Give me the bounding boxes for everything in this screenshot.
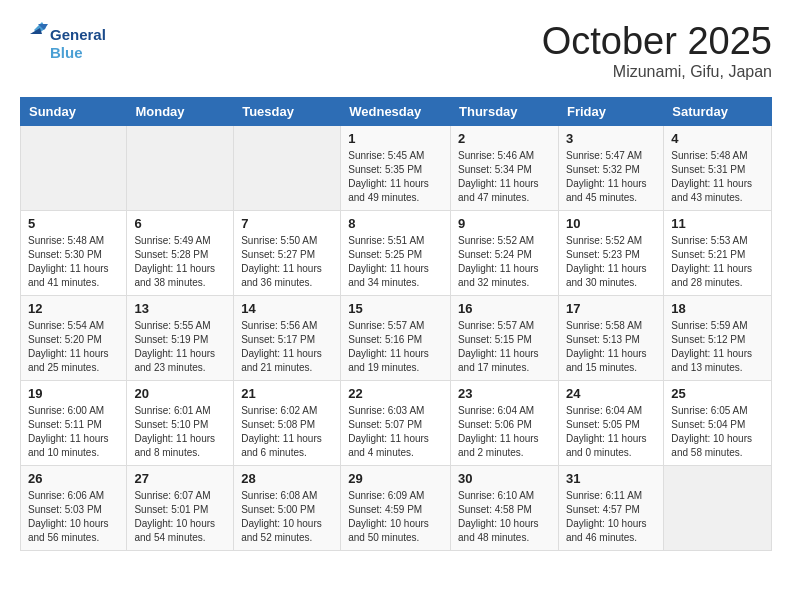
day-number: 9 bbox=[458, 216, 551, 231]
day-cell: 18Sunrise: 5:59 AM Sunset: 5:12 PM Dayli… bbox=[664, 296, 772, 381]
day-number: 4 bbox=[671, 131, 764, 146]
day-info: Sunrise: 5:56 AM Sunset: 5:17 PM Dayligh… bbox=[241, 319, 333, 375]
day-number: 25 bbox=[671, 386, 764, 401]
day-number: 6 bbox=[134, 216, 226, 231]
day-info: Sunrise: 5:54 AM Sunset: 5:20 PM Dayligh… bbox=[28, 319, 119, 375]
day-number: 15 bbox=[348, 301, 443, 316]
day-cell: 19Sunrise: 6:00 AM Sunset: 5:11 PM Dayli… bbox=[21, 381, 127, 466]
day-number: 11 bbox=[671, 216, 764, 231]
day-info: Sunrise: 6:11 AM Sunset: 4:57 PM Dayligh… bbox=[566, 489, 656, 545]
day-cell: 28Sunrise: 6:08 AM Sunset: 5:00 PM Dayli… bbox=[234, 466, 341, 551]
day-number: 18 bbox=[671, 301, 764, 316]
day-info: Sunrise: 5:59 AM Sunset: 5:12 PM Dayligh… bbox=[671, 319, 764, 375]
day-number: 28 bbox=[241, 471, 333, 486]
day-cell bbox=[21, 126, 127, 211]
day-cell: 2Sunrise: 5:46 AM Sunset: 5:34 PM Daylig… bbox=[451, 126, 559, 211]
day-header-friday: Friday bbox=[558, 98, 663, 126]
calendar-table: SundayMondayTuesdayWednesdayThursdayFrid… bbox=[20, 97, 772, 551]
day-cell: 6Sunrise: 5:49 AM Sunset: 5:28 PM Daylig… bbox=[127, 211, 234, 296]
week-row-4: 19Sunrise: 6:00 AM Sunset: 5:11 PM Dayli… bbox=[21, 381, 772, 466]
day-header-wednesday: Wednesday bbox=[341, 98, 451, 126]
day-number: 16 bbox=[458, 301, 551, 316]
logo: General Blue bbox=[20, 20, 130, 68]
day-number: 20 bbox=[134, 386, 226, 401]
day-cell: 26Sunrise: 6:06 AM Sunset: 5:03 PM Dayli… bbox=[21, 466, 127, 551]
day-number: 17 bbox=[566, 301, 656, 316]
day-number: 1 bbox=[348, 131, 443, 146]
day-info: Sunrise: 6:05 AM Sunset: 5:04 PM Dayligh… bbox=[671, 404, 764, 460]
day-cell: 20Sunrise: 6:01 AM Sunset: 5:10 PM Dayli… bbox=[127, 381, 234, 466]
day-cell: 25Sunrise: 6:05 AM Sunset: 5:04 PM Dayli… bbox=[664, 381, 772, 466]
day-cell: 7Sunrise: 5:50 AM Sunset: 5:27 PM Daylig… bbox=[234, 211, 341, 296]
svg-text:General: General bbox=[50, 26, 106, 43]
day-cell: 22Sunrise: 6:03 AM Sunset: 5:07 PM Dayli… bbox=[341, 381, 451, 466]
day-cell: 8Sunrise: 5:51 AM Sunset: 5:25 PM Daylig… bbox=[341, 211, 451, 296]
day-cell bbox=[664, 466, 772, 551]
day-cell: 29Sunrise: 6:09 AM Sunset: 4:59 PM Dayli… bbox=[341, 466, 451, 551]
title-area: October 2025 Mizunami, Gifu, Japan bbox=[542, 20, 772, 81]
day-number: 5 bbox=[28, 216, 119, 231]
day-info: Sunrise: 5:51 AM Sunset: 5:25 PM Dayligh… bbox=[348, 234, 443, 290]
day-number: 23 bbox=[458, 386, 551, 401]
day-number: 7 bbox=[241, 216, 333, 231]
day-info: Sunrise: 5:48 AM Sunset: 5:31 PM Dayligh… bbox=[671, 149, 764, 205]
month-title: October 2025 bbox=[542, 20, 772, 63]
day-info: Sunrise: 6:10 AM Sunset: 4:58 PM Dayligh… bbox=[458, 489, 551, 545]
header: General Blue October 2025 Mizunami, Gifu… bbox=[20, 20, 772, 81]
day-number: 30 bbox=[458, 471, 551, 486]
day-info: Sunrise: 6:09 AM Sunset: 4:59 PM Dayligh… bbox=[348, 489, 443, 545]
day-info: Sunrise: 5:52 AM Sunset: 5:23 PM Dayligh… bbox=[566, 234, 656, 290]
day-cell: 21Sunrise: 6:02 AM Sunset: 5:08 PM Dayli… bbox=[234, 381, 341, 466]
day-number: 2 bbox=[458, 131, 551, 146]
day-number: 21 bbox=[241, 386, 333, 401]
day-header-monday: Monday bbox=[127, 98, 234, 126]
day-cell: 3Sunrise: 5:47 AM Sunset: 5:32 PM Daylig… bbox=[558, 126, 663, 211]
day-cell: 27Sunrise: 6:07 AM Sunset: 5:01 PM Dayli… bbox=[127, 466, 234, 551]
day-cell: 14Sunrise: 5:56 AM Sunset: 5:17 PM Dayli… bbox=[234, 296, 341, 381]
day-header-thursday: Thursday bbox=[451, 98, 559, 126]
day-info: Sunrise: 6:01 AM Sunset: 5:10 PM Dayligh… bbox=[134, 404, 226, 460]
day-info: Sunrise: 6:03 AM Sunset: 5:07 PM Dayligh… bbox=[348, 404, 443, 460]
day-cell: 30Sunrise: 6:10 AM Sunset: 4:58 PM Dayli… bbox=[451, 466, 559, 551]
day-number: 3 bbox=[566, 131, 656, 146]
day-cell: 23Sunrise: 6:04 AM Sunset: 5:06 PM Dayli… bbox=[451, 381, 559, 466]
day-number: 14 bbox=[241, 301, 333, 316]
day-cell: 4Sunrise: 5:48 AM Sunset: 5:31 PM Daylig… bbox=[664, 126, 772, 211]
header-row: SundayMondayTuesdayWednesdayThursdayFrid… bbox=[21, 98, 772, 126]
day-cell: 5Sunrise: 5:48 AM Sunset: 5:30 PM Daylig… bbox=[21, 211, 127, 296]
day-info: Sunrise: 5:50 AM Sunset: 5:27 PM Dayligh… bbox=[241, 234, 333, 290]
svg-text:Blue: Blue bbox=[50, 44, 83, 61]
day-cell: 16Sunrise: 5:57 AM Sunset: 5:15 PM Dayli… bbox=[451, 296, 559, 381]
day-info: Sunrise: 5:57 AM Sunset: 5:16 PM Dayligh… bbox=[348, 319, 443, 375]
day-number: 24 bbox=[566, 386, 656, 401]
day-cell: 10Sunrise: 5:52 AM Sunset: 5:23 PM Dayli… bbox=[558, 211, 663, 296]
day-cell bbox=[127, 126, 234, 211]
day-info: Sunrise: 5:52 AM Sunset: 5:24 PM Dayligh… bbox=[458, 234, 551, 290]
day-cell: 31Sunrise: 6:11 AM Sunset: 4:57 PM Dayli… bbox=[558, 466, 663, 551]
day-info: Sunrise: 5:47 AM Sunset: 5:32 PM Dayligh… bbox=[566, 149, 656, 205]
day-number: 8 bbox=[348, 216, 443, 231]
day-header-tuesday: Tuesday bbox=[234, 98, 341, 126]
week-row-5: 26Sunrise: 6:06 AM Sunset: 5:03 PM Dayli… bbox=[21, 466, 772, 551]
day-cell: 11Sunrise: 5:53 AM Sunset: 5:21 PM Dayli… bbox=[664, 211, 772, 296]
day-info: Sunrise: 5:45 AM Sunset: 5:35 PM Dayligh… bbox=[348, 149, 443, 205]
day-number: 13 bbox=[134, 301, 226, 316]
day-cell: 12Sunrise: 5:54 AM Sunset: 5:20 PM Dayli… bbox=[21, 296, 127, 381]
day-cell: 24Sunrise: 6:04 AM Sunset: 5:05 PM Dayli… bbox=[558, 381, 663, 466]
day-info: Sunrise: 5:49 AM Sunset: 5:28 PM Dayligh… bbox=[134, 234, 226, 290]
location-title: Mizunami, Gifu, Japan bbox=[542, 63, 772, 81]
day-number: 19 bbox=[28, 386, 119, 401]
day-info: Sunrise: 6:04 AM Sunset: 5:05 PM Dayligh… bbox=[566, 404, 656, 460]
day-info: Sunrise: 6:07 AM Sunset: 5:01 PM Dayligh… bbox=[134, 489, 226, 545]
day-cell: 9Sunrise: 5:52 AM Sunset: 5:24 PM Daylig… bbox=[451, 211, 559, 296]
day-number: 29 bbox=[348, 471, 443, 486]
day-info: Sunrise: 5:58 AM Sunset: 5:13 PM Dayligh… bbox=[566, 319, 656, 375]
week-row-2: 5Sunrise: 5:48 AM Sunset: 5:30 PM Daylig… bbox=[21, 211, 772, 296]
day-number: 27 bbox=[134, 471, 226, 486]
day-number: 12 bbox=[28, 301, 119, 316]
day-header-sunday: Sunday bbox=[21, 98, 127, 126]
day-number: 31 bbox=[566, 471, 656, 486]
day-info: Sunrise: 6:04 AM Sunset: 5:06 PM Dayligh… bbox=[458, 404, 551, 460]
logo-svg: General Blue bbox=[20, 20, 130, 68]
day-number: 26 bbox=[28, 471, 119, 486]
